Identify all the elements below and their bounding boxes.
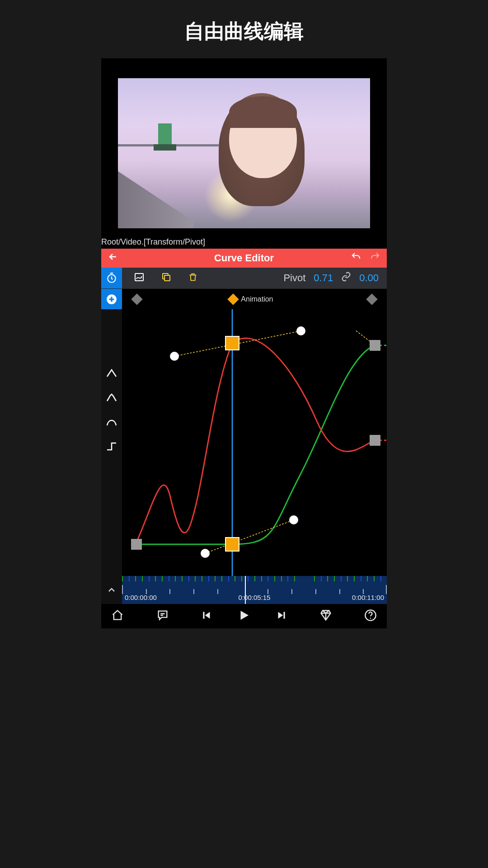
timeline: 0:00:00:00 0:00:05:15 0:00:11:00 xyxy=(101,576,387,604)
step-forward-icon[interactable] xyxy=(275,609,287,623)
home-icon[interactable] xyxy=(111,609,124,623)
pivot-value-x[interactable]: 0.71 xyxy=(314,272,333,284)
svg-rect-12 xyxy=(370,435,380,446)
keyframe-row: Animation xyxy=(101,288,387,309)
curve-type-icon[interactable] xyxy=(134,272,145,284)
path-label: Root/Video.[Transform/Pivot] xyxy=(101,235,387,249)
svg-rect-13 xyxy=(225,336,239,350)
play-icon[interactable] xyxy=(237,609,251,624)
curve-editor-header: Curve Editor xyxy=(101,249,387,268)
page-title: 自由曲线编辑 xyxy=(0,0,488,58)
curve-subtoolbar: Pivot 0.71 0.00 xyxy=(101,268,387,288)
timeline-collapse-icon[interactable] xyxy=(101,576,122,604)
svg-point-15 xyxy=(170,352,179,361)
interpolation-rail xyxy=(101,309,122,576)
interp-linear-icon[interactable] xyxy=(106,368,117,380)
keyframe-marker-end[interactable] xyxy=(366,293,377,305)
pivot-label: Pivot xyxy=(283,272,305,284)
help-icon[interactable] xyxy=(364,609,377,623)
keyframe-marker-start[interactable] xyxy=(131,293,142,305)
svg-rect-20 xyxy=(283,612,285,618)
comment-icon[interactable] xyxy=(156,609,169,623)
svg-rect-11 xyxy=(370,340,380,351)
keyframe-label: Animation xyxy=(241,295,273,303)
video-preview xyxy=(101,58,387,235)
pivot-value-y[interactable]: 0.00 xyxy=(359,272,379,284)
svg-line-9 xyxy=(205,520,294,553)
link-icon[interactable] xyxy=(341,272,351,284)
preview-image xyxy=(118,78,370,228)
timeline-start-label: 0:00:00:00 xyxy=(125,594,157,601)
interp-step-icon[interactable] xyxy=(106,441,117,453)
timeline-end-label: 0:00:11:00 xyxy=(352,594,384,601)
add-keyframe-button[interactable] xyxy=(101,289,122,310)
svg-rect-10 xyxy=(131,539,142,550)
back-arrow-icon[interactable] xyxy=(108,251,118,265)
timeline-mid-label: 0:00:05:15 xyxy=(239,594,271,601)
redo-icon[interactable] xyxy=(370,251,380,265)
svg-rect-2 xyxy=(164,275,170,281)
interp-bezier-icon[interactable] xyxy=(106,417,117,429)
step-back-icon[interactable] xyxy=(201,609,213,623)
interp-easeboth-icon[interactable] xyxy=(106,392,117,404)
editor-title: Curve Editor xyxy=(101,252,387,264)
copy-icon[interactable] xyxy=(161,272,172,284)
curve-graph[interactable] xyxy=(122,309,387,576)
svg-point-17 xyxy=(201,549,210,558)
svg-point-16 xyxy=(296,326,305,335)
keyframe-marker-active[interactable] xyxy=(228,293,239,305)
svg-point-18 xyxy=(289,515,298,524)
svg-rect-19 xyxy=(203,612,204,618)
app-frame: Root/Video.[Transform/Pivot] Curve Edito… xyxy=(101,58,387,628)
undo-icon[interactable] xyxy=(351,251,361,265)
bottom-toolbar xyxy=(101,604,387,628)
delete-icon[interactable] xyxy=(188,272,198,284)
timer-tab[interactable] xyxy=(101,268,122,288)
svg-rect-14 xyxy=(225,538,239,551)
diamond-icon[interactable] xyxy=(319,609,332,623)
timeline-ruler[interactable]: 0:00:00:00 0:00:05:15 0:00:11:00 xyxy=(122,576,387,604)
svg-point-22 xyxy=(370,618,371,618)
curve-graph-area xyxy=(101,309,387,576)
